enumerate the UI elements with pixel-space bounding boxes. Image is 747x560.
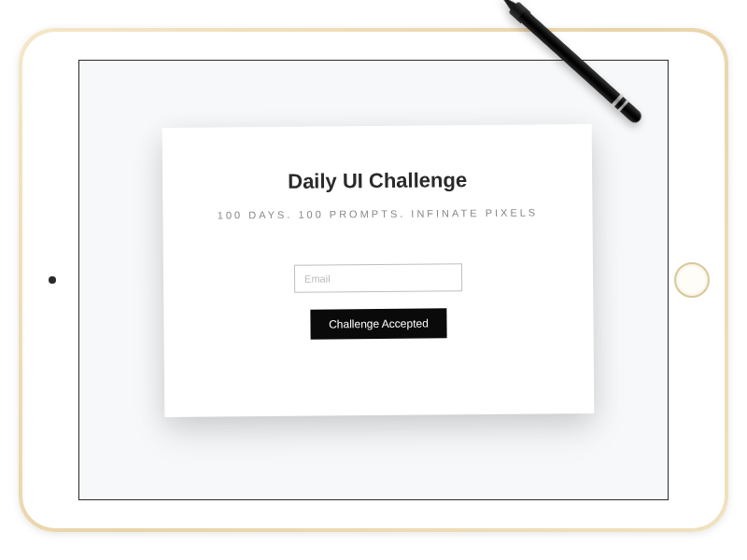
- challenge-accepted-button[interactable]: Challenge Accepted: [310, 308, 447, 339]
- home-button[interactable]: [674, 262, 710, 298]
- tablet-frame: Daily UI Challenge 100 DAYS. 100 PROMPTS…: [19, 28, 728, 532]
- tablet-bezel: Daily UI Challenge 100 DAYS. 100 PROMPTS…: [22, 32, 725, 528]
- tablet-screen: Daily UI Challenge 100 DAYS. 100 PROMPTS…: [78, 60, 669, 500]
- camera-icon: [49, 276, 56, 284]
- card-title: Daily UI Challenge: [288, 168, 467, 194]
- signup-card: Daily UI Challenge 100 DAYS. 100 PROMPTS…: [162, 124, 595, 417]
- card-subtitle: 100 DAYS. 100 PROMPTS. INFINATE PIXELS: [218, 207, 539, 221]
- stylus-pen-icon: [495, 0, 646, 127]
- email-field[interactable]: [294, 263, 462, 293]
